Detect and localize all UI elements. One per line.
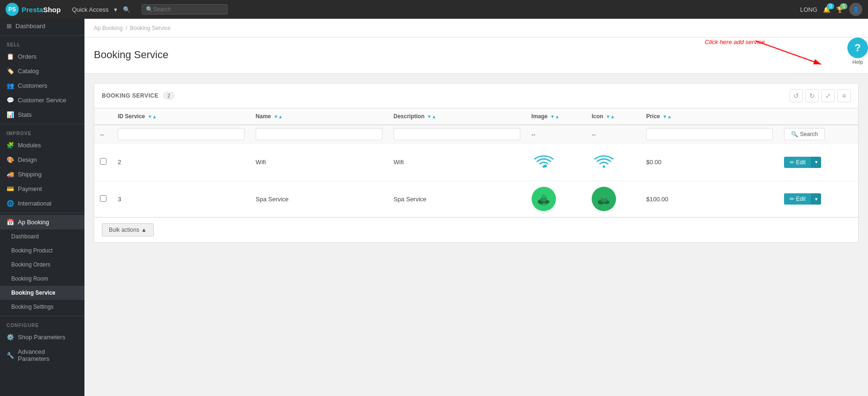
- sidebar-item-shipping[interactable]: 🚚 Shipping: [0, 167, 84, 182]
- sidebar-item-design[interactable]: 🎨 Design: [0, 152, 84, 167]
- help-label: Help: [853, 59, 863, 65]
- bulk-actions-arrow: ▲: [141, 227, 147, 233]
- annotation-arrow: [755, 41, 840, 69]
- sidebar-item-orders[interactable]: 📋 Orders: [0, 49, 84, 64]
- th-price[interactable]: Price ▼▲: [640, 108, 778, 125]
- logo-icon: PS: [6, 3, 19, 16]
- sidebar-item-catalog[interactable]: 🏷️ Catalog: [0, 64, 84, 78]
- filter-dash: --: [94, 125, 112, 144]
- sidebar-payment-label: Payment: [18, 185, 42, 192]
- table-header: BOOKING SERVICE 2 ↺ ↻ ⤢ ≡: [94, 84, 858, 108]
- search-input[interactable]: [153, 6, 223, 13]
- row1-checkbox[interactable]: [100, 158, 107, 165]
- spa-rocks-image: [536, 191, 551, 206]
- sidebar-item-shop-parameters[interactable]: ⚙️ Shop Parameters: [0, 330, 84, 344]
- row2-actions: ✏ Edit ▾: [778, 181, 858, 217]
- breadcrumb-separator: /: [125, 25, 127, 31]
- filter-id-input[interactable]: [118, 128, 244, 140]
- global-search[interactable]: 🔍: [142, 4, 228, 15]
- refresh-btn[interactable]: ↺: [790, 89, 803, 102]
- svg-point-3: [542, 165, 545, 168]
- sidebar-customers-label: Customers: [18, 82, 47, 89]
- expand-btn[interactable]: ⤢: [822, 89, 835, 102]
- logo[interactable]: PS PrestaShop: [6, 3, 61, 16]
- customers-icon: 👥: [7, 82, 14, 89]
- sidebar-item-booking-orders[interactable]: Booking Orders: [0, 258, 84, 272]
- svg-point-10: [541, 194, 546, 198]
- top-nav-right: LONG 🔔 0 🏆 5 👤: [800, 3, 862, 16]
- filter-search-button[interactable]: 🔍 Search: [784, 128, 825, 140]
- filter-price-input[interactable]: [646, 128, 773, 140]
- quick-access-menu: Quick Access ▾ 🔍: [68, 4, 134, 15]
- sidebar-item-customer-service[interactable]: 💬 Customer Service: [0, 93, 84, 107]
- breadcrumb-parent[interactable]: Ap Booking: [94, 25, 122, 31]
- row2-icon: [586, 181, 640, 217]
- sidebar-item-payment[interactable]: 💳 Payment: [0, 182, 84, 196]
- table-actions: ↺ ↻ ⤢ ≡: [790, 89, 851, 102]
- th-description[interactable]: Description ▼▲: [388, 108, 526, 125]
- sidebar: ⊞ Dashboard SELL 📋 Orders 🏷️ Catalog 👥 C…: [0, 19, 84, 396]
- sort-name-icon: ▼▲: [274, 114, 283, 119]
- sidebar-item-stats[interactable]: 📊 Stats: [0, 107, 84, 122]
- th-icon[interactable]: Icon ▼▲: [586, 108, 640, 125]
- filter-name-cell: [250, 125, 388, 144]
- row2-checkbox[interactable]: [100, 195, 107, 202]
- sidebar-item-modules[interactable]: 🧩 Modules: [0, 138, 84, 152]
- order-count-badge: 5: [840, 3, 847, 9]
- row2-edit-button[interactable]: ✏ Edit: [784, 193, 811, 205]
- th-id-service[interactable]: ID Service ▼▲: [112, 108, 250, 125]
- row2-edit-dropdown[interactable]: ▾: [811, 193, 821, 205]
- international-icon: 🌐: [7, 200, 14, 207]
- sidebar-item-sub-dashboard[interactable]: Dashboard: [0, 229, 84, 244]
- filter-description-input[interactable]: [394, 128, 520, 140]
- sidebar-item-dashboard[interactable]: ⊞ Dashboard: [0, 19, 84, 33]
- row1-edit-group: ✏ Edit ▾: [784, 157, 853, 168]
- user-name: LONG: [800, 6, 817, 13]
- sidebar-orders-label: Orders: [18, 53, 37, 60]
- sidebar-item-booking-product[interactable]: Booking Product: [0, 244, 84, 258]
- sort-image-icon: ▼▲: [550, 114, 560, 119]
- th-image[interactable]: Image ▼▲: [526, 108, 586, 125]
- sidebar-item-international[interactable]: 🌐 International: [0, 196, 84, 211]
- filter-name-input[interactable]: [256, 128, 382, 140]
- sidebar-booking-settings-label: Booking Settings: [11, 304, 53, 310]
- settings-btn[interactable]: ≡: [838, 89, 851, 102]
- row1-edit-dropdown[interactable]: ▾: [811, 157, 821, 168]
- bulk-actions-area: Bulk actions ▲: [94, 217, 858, 242]
- filter-icon-dash: --: [586, 125, 640, 144]
- quick-access-link[interactable]: Quick Access: [68, 4, 112, 15]
- main-content: Ap Booking / Booking Service Booking Ser…: [84, 19, 868, 396]
- filter-search-cell: 🔍 Search: [778, 125, 858, 144]
- search-link[interactable]: 🔍: [119, 4, 134, 15]
- row1-edit-button[interactable]: ✏ Edit: [784, 157, 811, 168]
- sidebar-item-booking-settings[interactable]: Booking Settings: [0, 300, 84, 314]
- row2-spa-icon: [592, 187, 616, 211]
- refresh-btn-2[interactable]: ↻: [806, 89, 819, 102]
- sidebar-booking-orders-label: Booking Orders: [11, 261, 50, 268]
- sidebar-advanced-params-label: Advanced Parameters: [18, 348, 78, 362]
- sidebar-sub-dashboard-label: Dashboard: [11, 233, 39, 240]
- sidebar-item-customers[interactable]: 👥 Customers: [0, 78, 84, 93]
- help-button[interactable]: ?: [847, 38, 868, 58]
- sidebar-item-booking-room[interactable]: Booking Room: [0, 272, 84, 286]
- notifications[interactable]: 🔔 0: [823, 6, 830, 13]
- th-name[interactable]: Name ▼▲: [250, 108, 388, 125]
- row1-price: $0.00: [640, 144, 778, 181]
- bulk-actions-button[interactable]: Bulk actions ▲: [102, 223, 154, 236]
- sidebar-customer-service-label: Customer Service: [18, 97, 66, 104]
- user-avatar[interactable]: 👤: [849, 3, 862, 16]
- sidebar-item-advanced-parameters[interactable]: 🔧 Advanced Parameters: [0, 344, 84, 366]
- content-area: BOOKING SERVICE 2 ↺ ↻ ⤢ ≡: [84, 74, 868, 396]
- sidebar-booking-room-label: Booking Room: [11, 275, 48, 282]
- notification-badge: 0: [827, 3, 834, 9]
- sidebar-item-booking-service[interactable]: Booking Service: [0, 286, 84, 300]
- th-actions: [778, 108, 858, 125]
- orders-badge[interactable]: 🏆 5: [836, 6, 844, 13]
- row2-name: Spa Service: [250, 181, 388, 217]
- table-section-title: BOOKING SERVICE: [102, 92, 159, 99]
- logo-text: PrestaShop: [22, 6, 61, 14]
- spa-rocks-icon: [597, 192, 611, 206]
- sidebar-booking-service-label: Booking Service: [11, 289, 55, 296]
- sidebar-item-ap-booking[interactable]: 📅 Ap Booking: [0, 215, 84, 229]
- sort-id-icon: ▼▲: [147, 114, 157, 119]
